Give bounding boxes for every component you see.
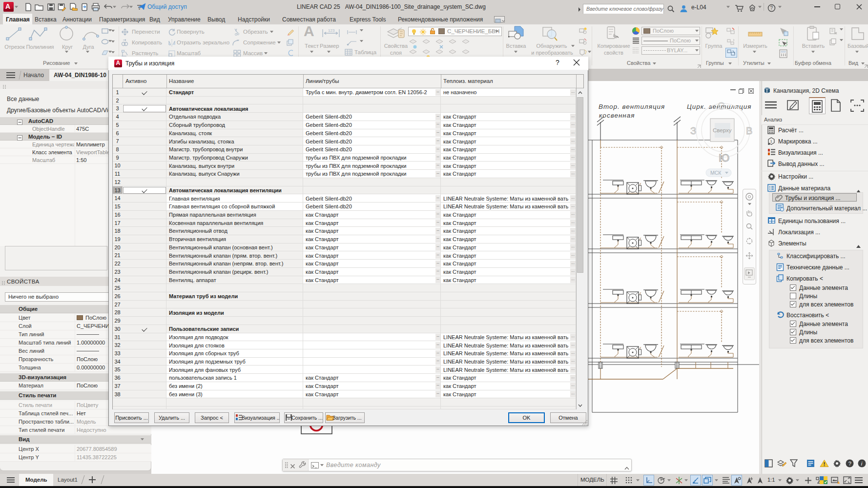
- svg-text:123: 123: [328, 28, 335, 33]
- svg-text:З: З: [690, 125, 696, 136]
- svg-text:?: ?: [848, 461, 851, 467]
- svg-text:Втор. вентиляция: Втор. вентиляция: [599, 103, 665, 110]
- svg-text:косвенная: косвенная: [599, 112, 635, 119]
- svg-text:МСК: МСК: [710, 170, 722, 176]
- svg-text:С: С: [718, 101, 724, 111]
- svg-text:?: ?: [770, 5, 773, 11]
- svg-text:Ю: Ю: [719, 152, 729, 164]
- svg-text:В: В: [746, 125, 752, 136]
- svg-text:Сверху: Сверху: [713, 127, 732, 133]
- svg-text:1: 1: [770, 139, 773, 143]
